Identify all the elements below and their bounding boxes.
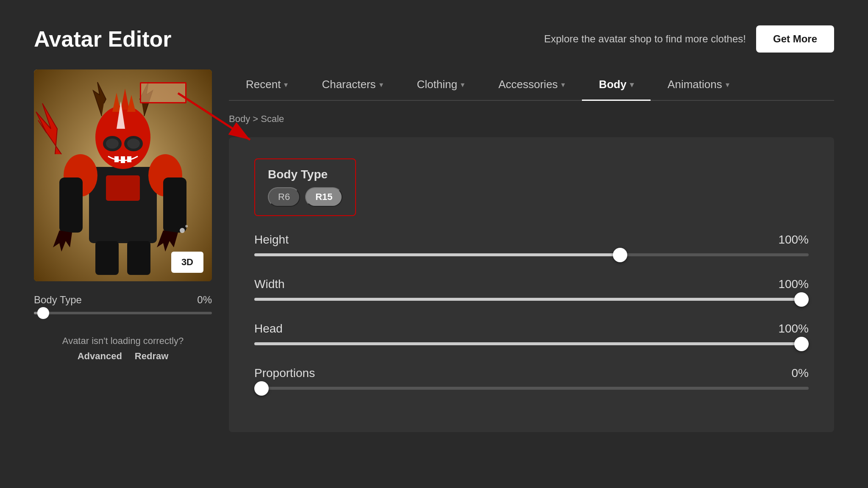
- right-panel: Recent ▾ Characters ▾ Clothing ▾ Accesso…: [229, 69, 834, 432]
- width-track[interactable]: [254, 298, 809, 301]
- head-slider-row: Head 100%: [254, 322, 809, 345]
- svg-point-11: [127, 139, 140, 149]
- width-label: Width: [254, 277, 285, 291]
- svg-rect-16: [163, 177, 186, 233]
- svg-point-10: [106, 139, 119, 149]
- preview-3d-button[interactable]: 3D: [171, 252, 203, 273]
- tab-recent[interactable]: Recent ▾: [229, 69, 305, 101]
- chevron-down-icon: ▾: [561, 80, 565, 89]
- svg-point-21: [180, 228, 185, 233]
- tab-animations-label: Animations: [668, 78, 722, 91]
- proportions-label: Proportions: [254, 366, 315, 380]
- tab-clothing[interactable]: Clothing ▾: [400, 69, 481, 101]
- svg-rect-12: [114, 156, 119, 162]
- tab-body-label: Body: [599, 78, 626, 91]
- proportions-value: 0%: [792, 366, 809, 380]
- chevron-down-icon: ▾: [379, 80, 383, 89]
- height-label: Height: [254, 233, 289, 247]
- body-type-pills: R6 R15: [268, 187, 342, 207]
- tab-clothing-label: Clothing: [417, 78, 457, 91]
- tab-characters[interactable]: Characters ▾: [305, 69, 400, 101]
- header-right: Explore the avatar shop to find more clo…: [544, 25, 834, 53]
- svg-rect-20: [106, 175, 140, 201]
- chevron-down-icon: ▾: [284, 80, 288, 89]
- svg-rect-15: [59, 177, 83, 233]
- head-track[interactable]: [254, 342, 809, 345]
- avatar-links: Advanced Redraw: [34, 351, 212, 362]
- body-type-section: Body Type 0%: [34, 290, 212, 319]
- avatar-highlight-annotation: [140, 82, 186, 103]
- chevron-down-icon: ▾: [726, 80, 729, 89]
- body-type-row: Body Type 0%: [34, 294, 212, 306]
- body-type-value: 0%: [197, 294, 212, 306]
- head-label: Head: [254, 322, 283, 336]
- svg-rect-17: [95, 241, 119, 275]
- content-area: Body Type R6 R15 Height 100%: [229, 137, 834, 432]
- width-slider-header: Width 100%: [254, 277, 809, 291]
- head-slider-header: Head 100%: [254, 322, 809, 336]
- breadcrumb-text: Body > Scale: [229, 114, 284, 124]
- tab-characters-label: Characters: [322, 78, 376, 91]
- svg-rect-14: [127, 156, 131, 162]
- get-more-button[interactable]: Get More: [756, 25, 834, 53]
- body-type-thumb[interactable]: [37, 307, 49, 319]
- page-title: Avatar Editor: [34, 26, 172, 52]
- width-fill: [254, 298, 809, 301]
- breadcrumb: Body > Scale: [229, 109, 834, 129]
- advanced-link[interactable]: Advanced: [78, 351, 122, 362]
- chevron-down-icon: ▾: [461, 80, 465, 89]
- pill-r6[interactable]: R6: [268, 187, 300, 207]
- tab-accessories-label: Accessories: [498, 78, 558, 91]
- main-content: 3D Body Type 0% Avatar isn't loading cor…: [34, 69, 834, 432]
- svg-point-22: [185, 225, 188, 227]
- head-fill: [254, 342, 809, 345]
- body-type-card-title: Body Type: [268, 168, 342, 181]
- nav-tabs: Recent ▾ Characters ▾ Clothing ▾ Accesso…: [229, 69, 834, 101]
- avatar-preview: 3D: [34, 69, 212, 281]
- width-value: 100%: [778, 277, 809, 291]
- body-type-track: [34, 312, 212, 314]
- height-value: 100%: [778, 233, 809, 247]
- head-thumb[interactable]: [794, 337, 809, 351]
- height-slider-row: Height 100%: [254, 233, 809, 256]
- tab-body[interactable]: Body ▾: [582, 69, 651, 101]
- svg-rect-18: [127, 241, 150, 275]
- tab-accessories[interactable]: Accessories ▾: [481, 69, 582, 101]
- avatar-error-text: Avatar isn't loading correctly?: [34, 336, 212, 347]
- chevron-down-icon: ▾: [630, 80, 634, 89]
- pill-r15[interactable]: R15: [305, 187, 342, 207]
- tab-animations[interactable]: Animations ▾: [651, 69, 746, 101]
- proportions-slider-header: Proportions 0%: [254, 366, 809, 380]
- redraw-link[interactable]: Redraw: [135, 351, 168, 362]
- header: Avatar Editor Explore the avatar shop to…: [34, 25, 834, 53]
- head-value: 100%: [778, 322, 809, 336]
- proportions-track[interactable]: [254, 387, 809, 390]
- body-type-label: Body Type: [34, 294, 82, 306]
- height-track[interactable]: [254, 253, 809, 256]
- body-type-card: Body Type R6 R15: [254, 158, 356, 216]
- height-thumb[interactable]: [613, 248, 627, 262]
- body-type-slider[interactable]: [34, 312, 212, 314]
- height-slider-header: Height 100%: [254, 233, 809, 247]
- proportions-thumb[interactable]: [254, 381, 269, 396]
- proportions-slider-row: Proportions 0%: [254, 366, 809, 390]
- svg-rect-13: [121, 156, 125, 163]
- shop-text: Explore the avatar shop to find more clo…: [544, 33, 746, 45]
- width-thumb[interactable]: [794, 292, 809, 307]
- height-fill: [254, 253, 620, 256]
- left-panel: 3D Body Type 0% Avatar isn't loading cor…: [34, 69, 212, 432]
- tab-recent-label: Recent: [246, 78, 281, 91]
- width-slider-row: Width 100%: [254, 277, 809, 301]
